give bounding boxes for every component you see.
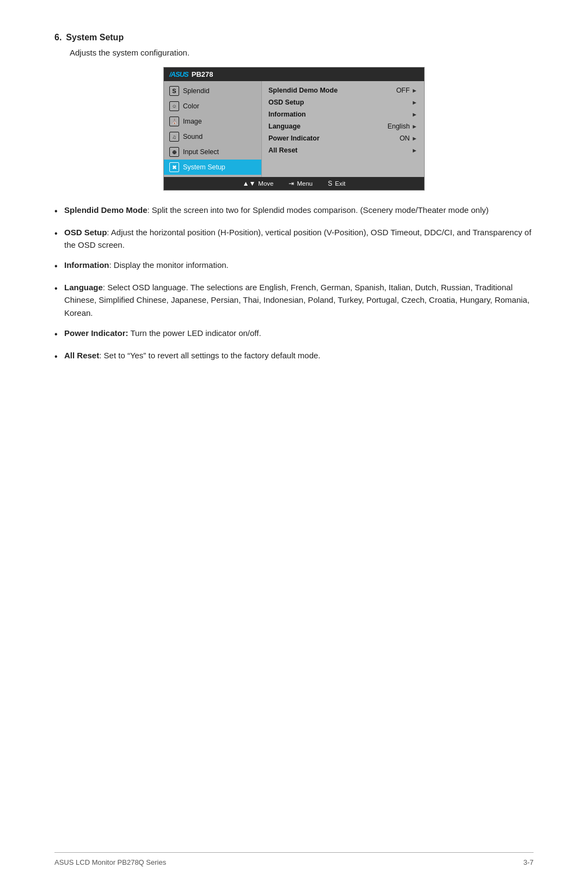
section-heading: 6.System Setup [54,33,534,42]
information-label: Information [268,111,306,118]
bullet-strong-3: Information [64,260,109,270]
osd-model: PB278 [192,70,213,78]
osd-menu-item-sound: ♫ Sound [164,129,261,144]
splendid-label: Splendid [183,87,210,95]
bullet-dot-3: • [54,260,64,273]
section-subtitle: Adjusts the system configuration. [70,48,534,57]
bullet-text-2: OSD Setup: Adjust the horizontal positio… [64,226,534,252]
bullet-dot-5: • [54,328,64,341]
input-select-label: Input Select [183,148,219,156]
bullet-dot-2: • [54,227,64,241]
splendid-demo-value: OFF ► [396,87,418,94]
exit-s-icon: S [328,180,332,187]
all-reset-arrow: ► [412,147,418,154]
bullet-strong-5: Power Indicator: [64,328,128,338]
osd-left-menu: S Splendid ☺ Color ⛪ Image ♫ Sound ⊕ [164,81,262,177]
sound-label: Sound [183,133,203,140]
sound-icon: ♫ [169,132,179,142]
osd-bottom-exit: S Exit [328,180,345,187]
bullet-information: • Information: Display the monitor infor… [54,259,534,273]
language-value: English ► [388,123,418,130]
bullet-text-1: Splendid Demo Mode: Split the screen int… [64,204,534,216]
color-label: Color [183,102,199,110]
bullet-all-reset: • All Reset: Set to “Yes” to revert all … [54,349,534,364]
bullet-strong-4: Language [64,283,103,292]
menu-label: Menu [297,180,313,187]
osd-row-all-reset: All Reset ► [268,144,418,156]
color-icon: ☺ [169,101,179,111]
language-label: Language [268,123,301,130]
section-title: System Setup [66,33,124,42]
section-number: 6. [54,33,62,42]
bullet-strong-2: OSD Setup [64,228,107,237]
bullet-text-4: Language: Select OSD language. The selec… [64,281,534,319]
all-reset-label: All Reset [268,146,298,154]
image-icon: ⛪ [169,117,179,126]
osd-row-splendid-demo: Splendid Demo Mode OFF ► [268,84,418,96]
power-indicator-value: ON ► [400,135,418,142]
osd-titlebar: /ASUS PB278 [164,68,424,81]
bullet-text-5: Power Indicator: Turn the power LED indi… [64,327,534,339]
osd-row-power-indicator: Power Indicator ON ► [268,132,418,144]
footer-right: 3-7 [523,858,534,866]
move-icon: ▲▼ [243,180,256,187]
bullet-osd-setup: • OSD Setup: Adjust the horizontal posit… [54,226,534,252]
bullet-list: • Splendid Demo Mode: Split the screen i… [54,204,534,363]
bullet-text-6: All Reset: Set to “Yes” to revert all se… [64,349,534,362]
osd-body: S Splendid ☺ Color ⛪ Image ♫ Sound ⊕ [164,81,424,177]
osd-row-information: Information ► [268,108,418,120]
splendid-demo-label: Splendid Demo Mode [268,87,338,94]
footer-left: ASUS LCD Monitor PB278Q Series [54,858,166,866]
system-setup-icon: ✖ [169,162,179,172]
osd-right-panel: Splendid Demo Mode OFF ► OSD Setup ► Inf… [262,81,424,177]
bullet-splendid-demo: • Splendid Demo Mode: Split the screen i… [54,204,534,218]
power-indicator-label: Power Indicator [268,135,320,142]
osd-bottom-move: ▲▼ Move [243,180,274,187]
osd-menu-item-system-setup: ✖ System Setup [164,160,261,175]
bullet-text-3: Information: Display the monitor informa… [64,259,534,271]
bullet-dot-6: • [54,350,64,364]
information-arrow: ► [412,111,418,118]
bullet-language: • Language: Select OSD language. The sel… [54,281,534,319]
osd-setup-label: OSD Setup [268,99,304,106]
osd-menu-item-color: ☺ Color [164,99,261,114]
move-label: Move [258,180,273,187]
image-label: Image [183,118,202,125]
bullet-dot-1: • [54,205,64,218]
bullet-power-indicator: • Power Indicator: Turn the power LED in… [54,327,534,341]
bullet-dot-4: • [54,282,64,296]
exit-label: Exit [335,180,345,187]
osd-row-osd-setup: OSD Setup ► [268,96,418,108]
osd-menu-item-splendid: S Splendid [164,83,261,99]
osd-bottom-menu: ⇥ Menu [289,180,313,187]
osd-menu-item-image: ⛪ Image [164,114,261,129]
osd-row-language: Language English ► [268,120,418,132]
osd-setup-arrow: ► [412,99,418,106]
splendid-icon: S [169,86,179,96]
bullet-strong-1: Splendid Demo Mode [64,205,148,215]
input-select-icon: ⊕ [169,147,179,157]
menu-icon: ⇥ [289,180,294,187]
page-footer: ASUS LCD Monitor PB278Q Series 3-7 [54,852,534,866]
osd-menu-item-input-select: ⊕ Input Select [164,144,261,160]
osd-bottom-bar: ▲▼ Move ⇥ Menu S Exit [164,177,424,190]
page-content: 6.System Setup Adjusts the system config… [0,0,588,414]
asus-logo: /ASUS [169,70,188,78]
osd-ui: /ASUS PB278 S Splendid ☺ Color ⛪ Image [163,67,425,191]
system-setup-label: System Setup [183,163,225,171]
bullet-strong-6: All Reset [64,351,99,360]
